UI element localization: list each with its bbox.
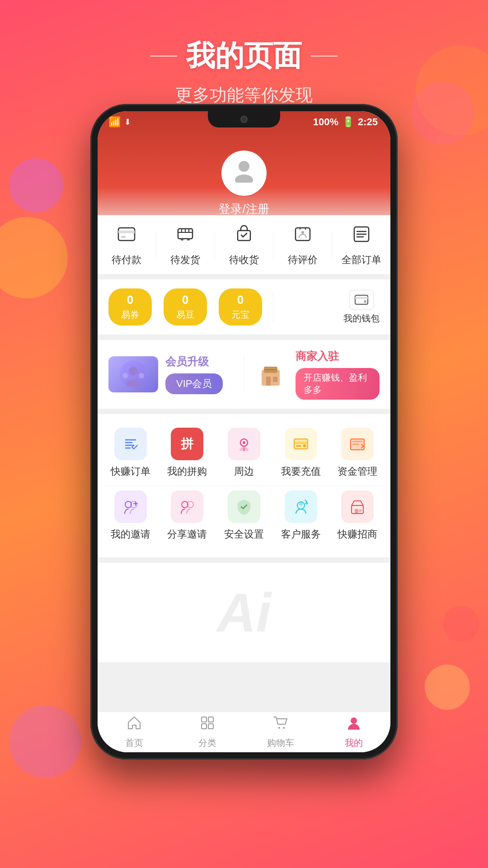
yuanbao-label: 元宝: [231, 309, 249, 321]
wallet-label: 我的钱包: [343, 312, 380, 325]
merchant-illustration: [253, 356, 289, 392]
order-item-ship[interactable]: 待发货: [156, 224, 215, 267]
svg-rect-24: [124, 437, 137, 451]
receive-label: 待收货: [229, 253, 259, 267]
svg-rect-6: [181, 239, 183, 241]
grid-row-2: 我的邀请 分享邀请: [98, 486, 390, 548]
svg-point-17: [126, 380, 141, 387]
zijin-label: 资金管理: [338, 465, 377, 478]
customer-icon: [285, 491, 317, 523]
order-item-pay[interactable]: 待付款: [98, 224, 156, 267]
nav-home-label: 首页: [125, 737, 143, 749]
merchant-icon: [341, 491, 374, 523]
category-icon: [200, 715, 215, 734]
signal-download-icon: ⬇: [124, 117, 131, 127]
status-left: 📶 ⬇: [108, 116, 131, 128]
wifi-icon: 📶: [108, 116, 121, 128]
mine-icon: [346, 715, 361, 734]
svg-rect-13: [355, 297, 368, 299]
phone-screen: 📶 ⬇ 100% 🔋 2:25 登录/注册: [98, 111, 390, 752]
yiquan-label: 易券: [121, 309, 139, 321]
merchant-section[interactable]: 商家入驻 开店赚钱、盈利多多: [253, 349, 380, 400]
svg-point-51: [351, 717, 357, 724]
ship-label: 待发货: [170, 253, 200, 267]
page-subtitle: 更多功能等你发现: [0, 84, 488, 107]
phone-notch: [208, 111, 280, 127]
battery-level: 100%: [313, 116, 338, 128]
grid-row-1: 快赚订单 拼 我的拼购: [98, 423, 390, 486]
svg-rect-46: [208, 717, 213, 722]
ai-label: Ai: [217, 581, 271, 644]
nav-cart[interactable]: 购物车: [244, 715, 317, 749]
order-item-receive[interactable]: 待收货: [215, 224, 273, 267]
kuaizai-label: 快赚订单: [111, 465, 150, 478]
chongzhi-icon: [285, 428, 317, 460]
nav-cart-label: 购物车: [267, 737, 294, 749]
svg-rect-45: [202, 717, 206, 722]
order-item-all[interactable]: 全部订单: [332, 224, 390, 267]
nav-mine-label: 我的: [345, 737, 363, 749]
svg-rect-30: [296, 445, 301, 447]
svg-rect-44: [359, 509, 362, 512]
grid-menu-section: 快赚订单 拼 我的拼购: [98, 414, 390, 557]
ai-section: Ai: [98, 563, 390, 662]
merchant-title: 商家入驻: [296, 349, 380, 363]
zhoubian-icon: [228, 428, 260, 460]
svg-rect-35: [352, 443, 359, 445]
vip-button[interactable]: VIP会员: [165, 373, 223, 394]
svg-rect-3: [118, 231, 135, 233]
merchant-subtitle: 开店赚钱、盈利多多: [296, 368, 380, 400]
pay-icon: [117, 224, 136, 249]
customer-label: 客户服务: [281, 528, 321, 541]
review-icon: [293, 224, 313, 249]
svg-rect-4: [121, 236, 126, 238]
nav-mine[interactable]: 我的: [317, 715, 390, 749]
phone-frame: 📶 ⬇ 100% 🔋 2:25 登录/注册: [90, 104, 398, 760]
yidou-label: 易豆: [176, 309, 194, 321]
grid-item-security[interactable]: 安全设置: [219, 491, 269, 541]
nav-category[interactable]: 分类: [171, 715, 244, 749]
svg-point-41: [299, 502, 303, 506]
security-label: 安全设置: [224, 528, 264, 541]
yidou-badge[interactable]: 0 易豆: [164, 288, 207, 326]
grid-item-chongzhi[interactable]: 我要充值: [276, 428, 326, 478]
all-orders-label: 全部订单: [342, 253, 381, 267]
svg-rect-34: [352, 441, 362, 442]
svg-rect-48: [208, 724, 213, 729]
yiquan-badge[interactable]: 0 易券: [108, 288, 152, 326]
nav-home[interactable]: 首页: [98, 715, 171, 749]
yuanbao-count: 0: [237, 293, 244, 307]
svg-point-19: [139, 373, 144, 378]
zijin-icon: [341, 428, 374, 460]
svg-point-18: [122, 373, 128, 378]
grid-item-zijin[interactable]: 资金管理: [333, 428, 382, 478]
svg-point-1: [235, 175, 253, 183]
grid-item-shareinvite[interactable]: 分享邀请: [162, 491, 212, 541]
grid-item-pingou[interactable]: 拼 我的拼购: [162, 428, 212, 478]
grid-item-merchant[interactable]: 快赚招商: [333, 491, 382, 541]
grid-item-zhoubian[interactable]: 周边: [219, 428, 269, 478]
shareinvite-icon: [171, 491, 203, 523]
merchant-label: 快赚招商: [338, 528, 377, 541]
title-left-line: [150, 56, 177, 57]
yuanbao-badge[interactable]: 0 元宝: [219, 288, 262, 326]
vip-title: 会员升级: [165, 354, 223, 369]
grid-item-myinvite[interactable]: 我的邀请: [106, 491, 155, 541]
shareinvite-label: 分享邀请: [167, 528, 207, 541]
grid-item-kuaizai[interactable]: 快赚订单: [106, 428, 155, 478]
vip-text: 会员升级 VIP会员: [165, 354, 223, 394]
svg-point-50: [283, 727, 285, 729]
vip-upgrade[interactable]: 会员升级 VIP会员: [108, 354, 235, 394]
pingou-icon: 拼: [171, 428, 203, 460]
battery-icon: 🔋: [342, 116, 354, 128]
clock: 2:25: [358, 116, 378, 128]
svg-rect-47: [202, 724, 206, 729]
avatar[interactable]: [221, 151, 267, 196]
svg-rect-7: [187, 239, 190, 241]
grid-item-customer[interactable]: 客户服务: [276, 491, 326, 541]
yiquan-count: 0: [127, 293, 133, 307]
my-wallet[interactable]: 我的钱包: [343, 290, 380, 325]
order-item-review[interactable]: 待评价: [273, 224, 332, 267]
login-register-text[interactable]: 登录/注册: [219, 201, 269, 217]
review-label: 待评价: [288, 253, 318, 267]
